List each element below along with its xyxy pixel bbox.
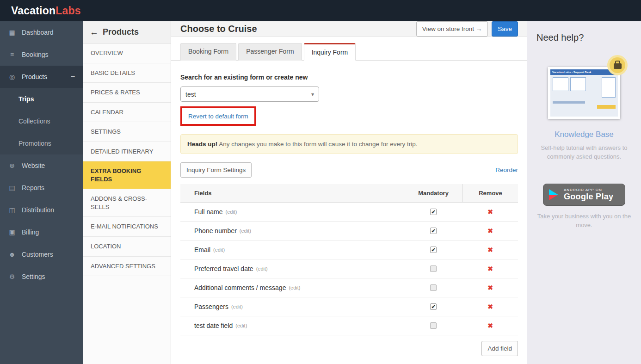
- sidebar-item-label: Products: [22, 73, 65, 80]
- mandatory-checkbox[interactable]: [430, 303, 437, 310]
- help-badge-icon: [607, 55, 628, 75]
- revert-to-default-link[interactable]: Revert to default form: [188, 113, 248, 120]
- product-nav-item-advanced-settings[interactable]: ADVANCED SETTINGS: [83, 257, 171, 277]
- mandatory-checkbox[interactable]: [430, 209, 437, 215]
- sidebar-item-bookings[interactable]: ≡ Bookings: [0, 43, 83, 66]
- brand-part2: Labs: [55, 5, 80, 17]
- annotation-highlight: Revert to default form: [180, 106, 256, 126]
- edit-link[interactable]: (edit): [213, 247, 225, 253]
- google-play-badge[interactable]: ANDROID APP ON Google Play: [543, 184, 625, 206]
- remove-icon[interactable]: ✖: [487, 208, 493, 216]
- mandatory-checkbox[interactable]: [430, 247, 437, 253]
- remove-icon[interactable]: ✖: [487, 265, 493, 272]
- knowledge-base-link[interactable]: Knowledge Base: [536, 130, 632, 139]
- topbar: VacationLabs: [0, 0, 641, 21]
- edit-link[interactable]: (edit): [231, 304, 243, 309]
- google-play-description: Take your business with you on the move.: [536, 212, 632, 230]
- reorder-link[interactable]: Reorder: [495, 167, 518, 173]
- brand-part1: Vacation: [11, 5, 55, 17]
- remove-icon[interactable]: ✖: [487, 322, 493, 329]
- product-nav-item-addons-cross-sells[interactable]: ADDONS & CROSS-SELLS: [83, 189, 171, 217]
- field-name: Email: [194, 246, 210, 253]
- dashboard-icon: ▦: [8, 29, 16, 36]
- product-nav-item-email-notifications[interactable]: E-MAIL NOTIFICATIONS: [83, 217, 171, 237]
- sidebar-item-trips[interactable]: Trips: [0, 88, 83, 110]
- product-nav-item-settings[interactable]: SETTINGS: [83, 122, 171, 142]
- sidebar: ▦ Dashboard ≡ Bookings ◎ Products − Trip…: [0, 21, 83, 364]
- form-select-value: test: [185, 91, 196, 98]
- google-play-small-text: ANDROID APP ON: [564, 188, 613, 192]
- edit-link[interactable]: (edit): [256, 266, 268, 271]
- field-name: Preferred travel date: [194, 265, 253, 272]
- mandatory-checkbox[interactable]: [430, 265, 437, 272]
- sidebar-item-promotions[interactable]: Promotions: [0, 132, 83, 154]
- sidebar-item-label: Website: [22, 162, 45, 169]
- sidebar-item-billing[interactable]: ▣ Billing: [0, 221, 83, 243]
- collapse-minus-icon[interactable]: −: [71, 73, 75, 81]
- sidebar-item-settings[interactable]: ⚙ Settings: [0, 265, 83, 288]
- knowledge-base-thumbnail[interactable]: Vacation Labs - Support Desk: [548, 67, 620, 119]
- mandatory-checkbox[interactable]: [430, 322, 437, 329]
- products-subgroup: Trips Collections Promotions: [0, 88, 83, 154]
- edit-link[interactable]: (edit): [235, 323, 247, 328]
- col-header-mandatory: Mandatory: [404, 184, 462, 202]
- add-field-button[interactable]: Add field: [481, 341, 518, 356]
- main-header: Choose to Cruise View on store front → S…: [171, 21, 527, 37]
- remove-icon[interactable]: ✖: [487, 227, 493, 234]
- save-button[interactable]: Save: [492, 21, 518, 37]
- help-title: Need help?: [536, 32, 632, 43]
- remove-icon[interactable]: ✖: [487, 284, 493, 291]
- remove-icon[interactable]: ✖: [487, 303, 493, 310]
- sidebar-item-label: Bookings: [22, 51, 49, 58]
- table-row: Preferred travel date (edit) ✖: [180, 259, 518, 278]
- fields-table: Fields Mandatory Remove Full name (edit)…: [180, 184, 518, 335]
- product-nav-item-basic-details[interactable]: BASIC DETAILS: [83, 63, 171, 83]
- chevron-down-icon: ▾: [311, 91, 314, 98]
- view-on-store-front-button[interactable]: View on store front →: [416, 21, 488, 37]
- sidebar-item-products[interactable]: ◎ Products −: [0, 66, 83, 88]
- product-nav: ← Products OVERVIEW BASIC DETAILS PRICES…: [83, 21, 171, 364]
- sidebar-item-website[interactable]: ⊕ Website: [0, 154, 83, 177]
- sidebar-item-distribution[interactable]: ◫ Distribution: [0, 199, 83, 221]
- product-nav-item-calendar[interactable]: CALENDAR: [83, 103, 171, 123]
- field-name: Additional comments / message: [194, 284, 286, 291]
- field-name: Passengers: [194, 303, 228, 310]
- sidebar-item-reports[interactable]: ▤ Reports: [0, 177, 83, 199]
- sidebar-item-customers[interactable]: ☻ Customers: [0, 243, 83, 265]
- tab-inquiry-form[interactable]: Inquiry Form: [304, 43, 356, 61]
- inquiry-form-settings-button[interactable]: Inquiry Form Settings: [180, 162, 252, 178]
- warning-bold: Heads up!: [187, 141, 217, 148]
- products-back-header[interactable]: ← Products: [83, 21, 171, 43]
- field-name: Phone number: [194, 227, 237, 234]
- sidebar-item-label: Trips: [18, 95, 34, 103]
- table-row: Passengers (edit) ✖: [180, 297, 518, 316]
- reports-icon: ▤: [8, 184, 16, 191]
- product-nav-item-location[interactable]: LOCATION: [83, 237, 171, 257]
- edit-link[interactable]: (edit): [289, 285, 300, 290]
- sidebar-item-collections[interactable]: Collections: [0, 110, 83, 132]
- product-nav-item-detailed-itinerary[interactable]: DETAILED ITINERARY: [83, 142, 171, 162]
- help-panel: Need help? Vacation Labs - Support Desk …: [527, 21, 641, 364]
- sidebar-item-label: Billing: [22, 228, 39, 236]
- product-nav-item-overview[interactable]: OVERVIEW: [83, 43, 171, 63]
- product-nav-item-extra-booking-fields[interactable]: EXTRA BOOKING FIELDS: [83, 161, 171, 189]
- inquiry-form-content: Search for an existing form or create ne…: [171, 61, 527, 364]
- tab-booking-form[interactable]: Booking Form: [180, 43, 236, 61]
- website-icon: ⊕: [8, 162, 16, 169]
- product-nav-item-prices-rates[interactable]: PRICES & RATES: [83, 83, 171, 103]
- google-play-icon: [549, 189, 559, 200]
- col-header-fields: Fields: [180, 184, 404, 202]
- support-desk-preview-body: [550, 75, 618, 100]
- edit-link[interactable]: (edit): [240, 228, 251, 234]
- mandatory-checkbox[interactable]: [430, 228, 437, 234]
- tab-passenger-form[interactable]: Passenger Form: [238, 43, 302, 61]
- form-select[interactable]: test ▾: [180, 86, 319, 102]
- support-desk-preview-title: Vacation Labs - Support Desk: [550, 69, 618, 75]
- sidebar-item-dashboard[interactable]: ▦ Dashboard: [0, 21, 83, 43]
- edit-link[interactable]: (edit): [225, 209, 237, 215]
- remove-icon[interactable]: ✖: [487, 246, 493, 253]
- settings-icon: ⚙: [8, 273, 16, 280]
- mandatory-checkbox[interactable]: [430, 284, 437, 291]
- table-row: test date field (edit) ✖: [180, 316, 518, 335]
- table-row: Phone number (edit) ✖: [180, 222, 518, 241]
